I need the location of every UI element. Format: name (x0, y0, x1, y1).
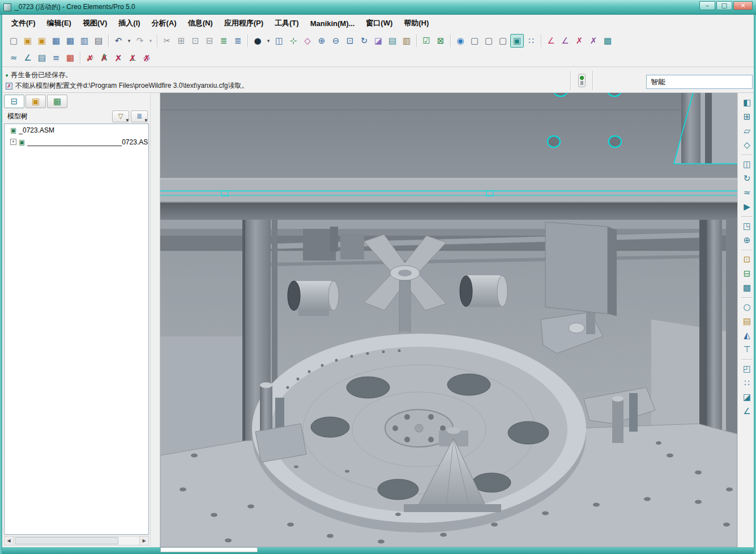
3d-model-viewport[interactable] (160, 93, 737, 547)
measure-icon[interactable]: ∠ (21, 52, 35, 65)
zoom-in-icon[interactable]: ⊕ (315, 34, 328, 48)
orient-mode-icon[interactable]: ◇ (301, 34, 314, 48)
refit-icon[interactable]: ⊡ (343, 34, 357, 48)
window-3-icon[interactable]: ▢ (496, 34, 510, 48)
measure-tool-icon[interactable]: ◰ (740, 363, 754, 376)
highlighted-plate-band[interactable] (160, 178, 737, 202)
menu-item-insert[interactable]: 插入(I) (113, 16, 146, 31)
undo-menu-icon[interactable]: ▾ (126, 34, 133, 48)
tree-show-menu[interactable]: ▽▾ (112, 110, 129, 122)
analysis-display-icon[interactable]: ≈ (7, 52, 20, 65)
annotation-display-toggle[interactable]: ◇✗ (140, 52, 153, 65)
selection-filter-combo[interactable]: 智能 (646, 75, 753, 89)
paste-icon[interactable]: ⊡ (189, 34, 202, 48)
display-settings-icon[interactable]: ≡ (49, 52, 63, 65)
saved-analysis-icon[interactable]: ▤ (35, 52, 49, 65)
tree-row-root-assembly[interactable]: ▣ _0723.ASM (5, 124, 148, 136)
menu-item-info[interactable]: 信息(N) (182, 16, 219, 31)
layers-icon[interactable]: ▥ (400, 34, 413, 48)
redo-menu-icon[interactable]: ▾ (147, 34, 154, 48)
spin-center-icon[interactable]: ⊹ (287, 34, 300, 48)
tee-display-icon[interactable]: ⊤ (740, 343, 754, 356)
open-file-icon[interactable]: ▣ (21, 34, 35, 48)
tree-horizontal-scrollbar[interactable]: ◀ ▶ (4, 536, 149, 546)
paste-special-icon[interactable]: ⊟ (203, 34, 216, 48)
tab-folder-browser[interactable]: ▣ (25, 95, 46, 108)
scroll-thumb[interactable] (15, 537, 118, 544)
regenerate-manager-icon[interactable]: ≣ (231, 34, 245, 48)
component-display-icon[interactable]: ∷ (524, 34, 538, 48)
saved-view-list-icon[interactable]: ◫ (272, 34, 286, 48)
undo-icon[interactable]: ↶ (112, 34, 125, 48)
csys-display-toggle[interactable]: ⊥✗ (126, 52, 139, 65)
window-fit-icon[interactable]: ◳ (740, 220, 754, 233)
print-icon[interactable]: ▤ (92, 34, 105, 48)
active-window-icon[interactable]: ▣ (510, 34, 524, 48)
verify-check-2-icon[interactable]: ⊠ (434, 34, 447, 48)
sketcher-diag-corner-icon[interactable]: ∠ (544, 34, 558, 48)
viewport-canvas[interactable] (160, 93, 737, 547)
minimize-button[interactable]: – (699, 1, 715, 10)
view-normal-icon[interactable]: ◫ (740, 158, 754, 171)
shading-style-icon[interactable]: ● (251, 34, 264, 48)
menu-item-file[interactable]: 文件(F) (6, 16, 41, 31)
shading-menu-icon[interactable]: ▾ (265, 34, 272, 48)
datum-plane-display-toggle[interactable]: ▱✗ (83, 52, 97, 65)
scroll-right-arrow[interactable]: ▶ (139, 536, 148, 545)
save-as-icon[interactable]: ▦ (63, 34, 77, 48)
analysis-tool-icon[interactable]: ∠ (740, 405, 754, 418)
note-display-icon[interactable]: ▤ (740, 315, 754, 328)
annotations-icon[interactable]: ◪ (371, 34, 385, 48)
publish-geometry-icon[interactable]: ⊟ (740, 267, 754, 280)
copy-geometry-icon[interactable]: ⊡ (740, 253, 754, 266)
tab-favorites[interactable]: ▦ (47, 95, 67, 108)
regenerate-icon[interactable]: ≣ (217, 34, 230, 48)
select-items-icon[interactable]: ◧ (740, 96, 754, 109)
section-tool-icon[interactable]: ◪ (740, 391, 754, 404)
hole-display-icon[interactable]: ○ (740, 301, 754, 314)
menu-item-view[interactable]: 视图(V) (77, 16, 113, 31)
curve-display-icon[interactable]: ≈ (740, 186, 754, 199)
menu-item-manikin[interactable]: Manikin(M)... (305, 17, 361, 30)
new-file-icon[interactable]: ▢ (7, 34, 20, 48)
appearance-gallery-icon[interactable]: ▦ (63, 52, 77, 65)
cut-icon[interactable]: ✂ (160, 34, 174, 48)
close-button[interactable]: × (733, 1, 753, 10)
sketcher-diag-open-ends-icon[interactable]: ✗ (573, 34, 586, 48)
user-status-icon[interactable]: ◉ (454, 34, 467, 48)
window-2-icon[interactable]: ▢ (482, 34, 496, 48)
sketcher-diag-overlap-icon[interactable]: ✗ (587, 34, 600, 48)
datum-axis-display-toggle[interactable]: A✗ (97, 52, 111, 65)
tab-model-tree[interactable]: ⊟ (4, 95, 24, 108)
cross-beam[interactable] (160, 202, 737, 220)
triangle-display-icon[interactable]: ◭ (740, 329, 754, 342)
menu-item-applications[interactable]: 应用程序(P) (219, 16, 269, 31)
top-plate-structure[interactable] (160, 93, 737, 178)
backup-icon[interactable]: ▥ (78, 34, 91, 48)
menu-item-window[interactable]: 窗口(W) (360, 16, 398, 31)
spin-view-icon[interactable]: ↻ (740, 172, 754, 185)
pattern-tool-icon[interactable]: ∷ (740, 377, 754, 390)
open-session-icon[interactable]: ▣ (35, 34, 49, 48)
panel-sash[interactable] (150, 93, 160, 547)
zoom-out-icon[interactable]: ⊖ (329, 34, 343, 48)
copy-icon[interactable]: ⊞ (174, 34, 188, 48)
next-view-icon[interactable]: ▶ (740, 201, 754, 214)
appearance-edit-icon[interactable]: ▩ (740, 282, 754, 295)
expand-icon[interactable]: + (10, 139, 16, 145)
layer-tree-icon[interactable]: ⊕ (740, 234, 754, 247)
maximize-button[interactable]: □ (716, 1, 732, 10)
menu-item-tools[interactable]: 工具(T) (269, 16, 305, 31)
reorient-icon[interactable]: ↻ (357, 34, 371, 48)
grid-snap-icon[interactable]: ⊞ (740, 110, 754, 123)
menu-item-edit[interactable]: 编辑(E) (41, 16, 77, 31)
tree-settings-menu[interactable]: ≣▾ (131, 110, 148, 122)
title-bar[interactable]: _0723 (活动的) - Creo Elements/Pro 5.0 –□× (0, 0, 756, 15)
window-1-icon[interactable]: ▢ (468, 34, 481, 48)
verify-check-1-icon[interactable]: ☑ (420, 34, 433, 48)
accuracy-display-icon[interactable]: ▩ (601, 34, 614, 48)
tree-row-sub-assembly[interactable]: + ▣ _________________________0723.ASM (5, 136, 148, 148)
menu-item-analysis[interactable]: 分析(A) (146, 16, 182, 31)
tag-display-icon[interactable]: ◇ (740, 139, 754, 152)
sketcher-diag-tangency-icon[interactable]: ∠ (558, 34, 572, 48)
